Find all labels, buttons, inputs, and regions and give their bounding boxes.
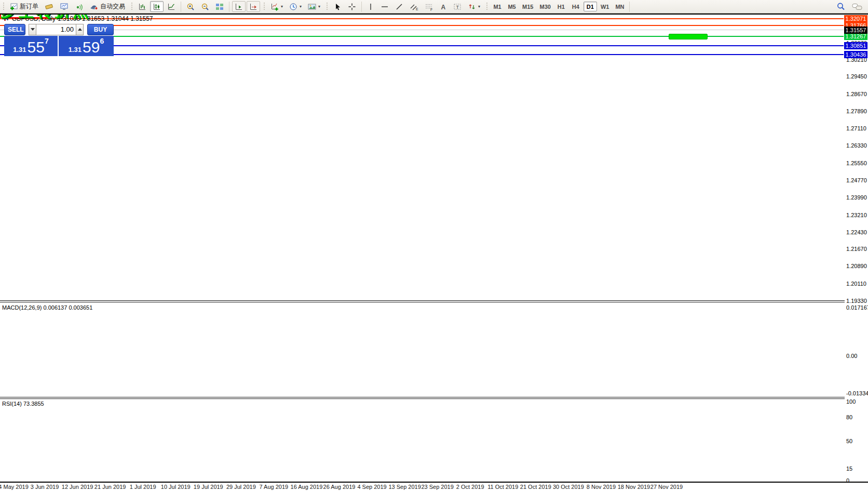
rsi-scale-tick: 0 (846, 477, 849, 484)
signals-button[interactable] (72, 1, 86, 12)
periods-button[interactable]: ▾ (287, 1, 304, 12)
clock-icon (289, 3, 297, 11)
zoom-out-icon (201, 3, 209, 11)
buy-price-display[interactable]: 1.31596 (59, 36, 114, 56)
vertical-line-icon (367, 3, 374, 11)
candlestick-chart-button[interactable] (150, 1, 164, 12)
market-depth-button[interactable] (42, 1, 56, 12)
toolbar-grip[interactable] (485, 2, 488, 11)
timeframe-button-M30[interactable]: M30 (537, 2, 553, 11)
search-button[interactable] (834, 1, 848, 12)
timeframe-button-M1[interactable]: M1 (491, 2, 504, 11)
horizontal-line-object-1.30436[interactable] (0, 54, 844, 55)
price-scale-tick: 1.22430 (846, 229, 867, 235)
one-click-trading-panel: SELL 1.00 BUY 1.31557 1.31596 (4, 23, 114, 55)
timeframe-button-MN[interactable]: MN (613, 2, 627, 11)
new-order-button[interactable]: 新订单 (7, 1, 41, 12)
auto-scroll-icon (235, 3, 243, 11)
date-axis-label: 12 Jun 2019 (62, 484, 93, 490)
price-scale-tick: 1.28670 (846, 91, 867, 97)
pane-separator-rsi[interactable] (0, 397, 845, 399)
timeframe-button-M5[interactable]: M5 (505, 2, 519, 11)
trendline-icon (395, 3, 403, 11)
horizontal-line-button[interactable] (378, 1, 391, 12)
timeframe-button-W1[interactable]: W1 (598, 2, 612, 11)
date-axis-label: 11 Oct 2019 (487, 484, 518, 490)
axis-price-label-1.31267: 1.31267 (844, 33, 867, 40)
timeframe-button-D1[interactable]: D1 (584, 2, 597, 11)
toolbar-grip[interactable] (326, 2, 328, 11)
trendline-button[interactable] (392, 1, 406, 12)
text-button[interactable]: A (437, 1, 450, 12)
rsi-indicator-label: RSI(14) 73.3855 (2, 401, 44, 407)
horizontal-line-icon (381, 3, 389, 11)
pane-separator-macd[interactable] (0, 300, 845, 302)
templates-button[interactable]: ▾ (305, 1, 323, 12)
zoom-in-button[interactable] (184, 1, 197, 12)
terminal-button[interactable] (57, 1, 71, 12)
cursor-button[interactable] (331, 1, 344, 12)
zoom-out-button[interactable] (198, 1, 212, 12)
date-axis-label: 26 Aug 2019 (323, 484, 356, 490)
volume-increase-button[interactable] (76, 24, 84, 35)
community-chat-button[interactable] (849, 1, 865, 12)
toolbar-grip[interactable] (2, 2, 5, 11)
autotrading-button[interactable]: 自动交易 (87, 1, 128, 12)
sell-price-display[interactable]: 1.31557 (4, 36, 58, 56)
fibonacci-icon: F (425, 3, 433, 11)
crosshair-button[interactable] (345, 1, 359, 12)
timeframe-button-H4[interactable]: H4 (569, 2, 582, 11)
timeframe-button-M15[interactable]: M15 (520, 2, 536, 11)
rsi-scale-tick: 50 (846, 438, 852, 444)
svg-text:T: T (456, 4, 459, 9)
bar-chart-icon (138, 3, 146, 11)
sell-button[interactable]: SELL (4, 24, 25, 35)
cursor-icon (333, 3, 342, 11)
highlight-bar-object[interactable] (669, 34, 708, 39)
bar-chart-button[interactable] (135, 1, 149, 12)
template-image-icon (308, 3, 316, 11)
horizontal-line-object-1.31766[interactable] (0, 25, 844, 26)
horizontal-line-object-1.31267[interactable] (0, 36, 844, 37)
axis-price-label-1.30436: 1.30436 (844, 51, 867, 58)
vertical-line-button[interactable] (364, 1, 377, 12)
buy-price-prefix: 1.31 (69, 45, 82, 55)
chart-canvas[interactable] (0, 0, 868, 492)
toolbar-grip[interactable] (263, 2, 265, 11)
line-chart-icon (167, 3, 175, 11)
date-axis-label: 13 Sep 2019 (388, 484, 421, 490)
text-label-icon: T (453, 3, 462, 11)
timeframe-button-H1[interactable]: H1 (554, 2, 568, 11)
arrows-button[interactable]: ▾ (465, 1, 483, 12)
volume-input[interactable]: 1.00 (36, 24, 76, 35)
sell-price-prefix: 1.31 (13, 45, 26, 55)
horizontal-line-object-1.31557[interactable] (0, 30, 844, 30)
zoom-in-icon (186, 3, 195, 11)
date-axis-border (0, 482, 868, 483)
macd-indicator-label: MACD(12,26,9) 0.006137 0.003651 (2, 304, 92, 311)
buy-button[interactable]: BUY (87, 24, 114, 35)
price-scale-tick: 1.25550 (846, 160, 867, 166)
line-chart-button[interactable] (165, 1, 178, 12)
date-axis-label: 19 Jul 2019 (194, 484, 223, 490)
sell-price-big: 55 (28, 39, 45, 55)
text-label-button[interactable]: T (451, 1, 464, 12)
date-axis-label: 4 Sep 2019 (357, 484, 386, 490)
date-axis-label: 29 Jul 2019 (226, 484, 256, 490)
indicators-button[interactable]: ▾ (268, 1, 286, 12)
chevron-down-icon: ▾ (478, 4, 480, 9)
horizontal-line-object-1.30851[interactable] (0, 45, 844, 46)
auto-scroll-button[interactable] (232, 1, 246, 12)
triangle-down-icon (31, 28, 35, 31)
macd-scale-tick: 0.00 (846, 353, 857, 359)
date-axis-label: 1 Jul 2019 (130, 484, 156, 490)
volume-decrease-button[interactable] (29, 24, 36, 35)
date-axis-label: 7 Aug 2019 (260, 484, 289, 490)
chart-shift-button[interactable] (247, 1, 260, 12)
search-icon (836, 2, 846, 11)
equidistant-channel-button[interactable]: E (407, 1, 421, 12)
chart-shift-icon (249, 3, 257, 11)
tile-windows-button[interactable] (213, 1, 226, 12)
fibonacci-button[interactable]: F (422, 1, 436, 12)
toolbar-grip[interactable] (130, 2, 133, 11)
